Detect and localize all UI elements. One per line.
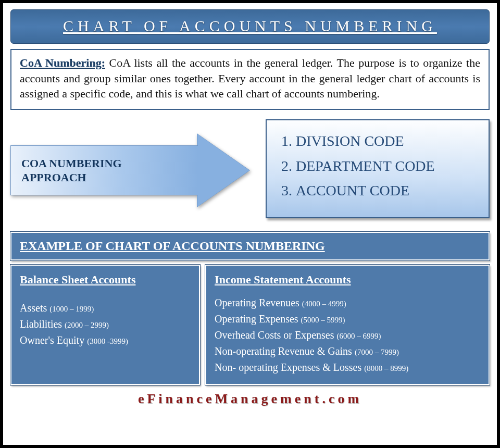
codes-item: ACCOUNT CODE [281,178,481,203]
page-title: CHART OF ACCOUNTS NUMBERING [63,17,437,34]
item-range: (3000 -3999) [87,337,128,345]
brand-footer: eFinanceManagement.com [3,391,497,407]
codes-list: DIVISION CODE DEPARTMENT CODE ACCOUNT CO… [281,129,481,203]
list-item: Liabilities (2000 – 2999) [20,316,191,332]
item-range: (2000 – 2999) [65,321,109,329]
item-label: Operating Expenses [215,313,298,325]
codes-item: DIVISION CODE [281,129,481,154]
list-item: Assets (1000 – 1999) [20,300,191,316]
balance-sheet-box: Balance Sheet Accounts Assets (1000 – 19… [10,265,200,385]
item-label: Assets [20,302,47,314]
item-range: (7000 – 7999) [355,348,399,356]
example-columns: Balance Sheet Accounts Assets (1000 – 19… [10,265,490,385]
intro-box: CoA Numbering: CoA lists all the account… [10,49,490,110]
codes-item: DEPARTMENT CODE [281,154,481,179]
list-item: Operating Expenses (5000 – 5999) [215,311,480,327]
item-range: (5000 – 5999) [301,316,345,324]
item-range: (1000 – 1999) [49,305,94,313]
item-label: Liabilities [20,318,62,330]
list-item: Owner's Equity (3000 -3999) [20,332,191,349]
list-item: Overhead Costs or Expenses (6000 – 6999) [215,327,480,343]
list-item: Non-operating Revenue & Gains (7000 – 79… [215,343,480,359]
intro-lead: CoA Numbering: [20,56,105,69]
item-range: (8000 – 8999) [364,364,408,372]
example-header-text: EXAMPLE OF CHART OF ACCOUNTS NUMBERING [20,239,325,253]
item-label: Owner's Equity [20,334,84,346]
balance-title: Balance Sheet Accounts [20,273,191,287]
item-label: Operating Revenues [215,297,299,308]
approach-row: COA NUMBERING APPROACH DIVISION CODE DEP… [10,119,490,223]
arrow-shape: COA NUMBERING APPROACH [10,134,250,207]
diagram-canvas: CHART OF ACCOUNTS NUMBERING CoA Numberin… [0,0,500,448]
item-range: (4000 – 4999) [302,300,346,308]
example-header: EXAMPLE OF CHART OF ACCOUNTS NUMBERING [10,232,490,260]
arrow-head-icon [197,134,249,207]
list-item: Operating Revenues (4000 – 4999) [215,295,480,311]
codes-box: DIVISION CODE DEPARTMENT CODE ACCOUNT CO… [266,119,490,218]
spacer [20,295,191,300]
title-bar: CHART OF ACCOUNTS NUMBERING [10,9,490,44]
item-label: Overhead Costs or Expenses [215,329,334,341]
income-statement-box: Income Statement Accounts Operating Reve… [205,265,490,385]
arrow-label: COA NUMBERING APPROACH [21,156,157,185]
item-label: Non- operating Expenses & Losses [215,362,361,373]
item-label: Non-operating Revenue & Gains [215,345,352,357]
item-range: (6000 – 6999) [336,332,381,340]
income-title: Income Statement Accounts [215,273,480,287]
list-item: Non- operating Expenses & Losses (8000 –… [215,359,480,376]
arrow-body: COA NUMBERING APPROACH [10,145,198,195]
brand-text: eFinanceManagement.com [138,391,362,406]
